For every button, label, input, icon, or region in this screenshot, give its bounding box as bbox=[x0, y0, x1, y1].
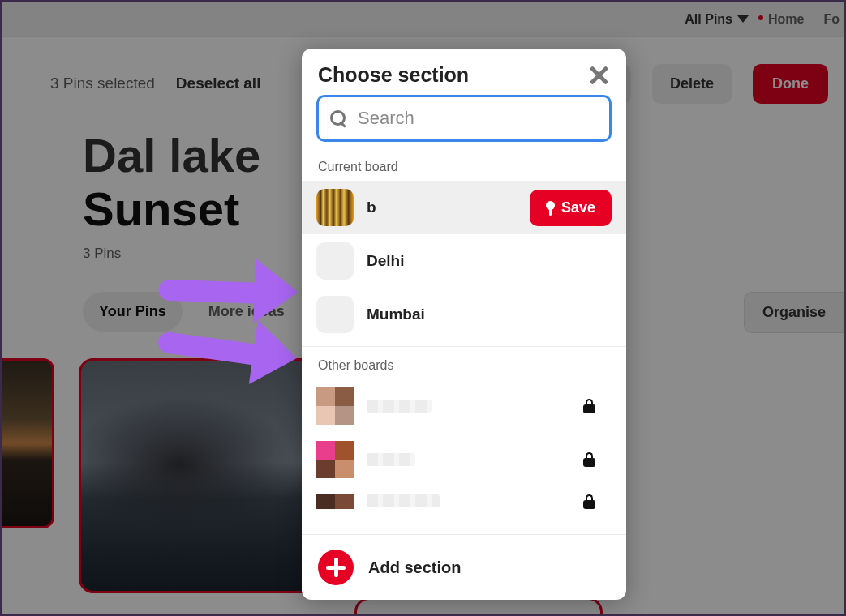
board-thumbnail bbox=[316, 441, 354, 478]
section-thumbnail bbox=[316, 242, 354, 280]
board-name-redacted bbox=[367, 494, 440, 507]
section-row-mumbai[interactable]: Mumbai bbox=[302, 288, 626, 341]
search-icon bbox=[330, 110, 346, 126]
section-row-delhi[interactable]: Delhi bbox=[302, 234, 626, 288]
board-row[interactable] bbox=[302, 486, 626, 509]
save-button[interactable]: Save bbox=[530, 190, 612, 226]
section-name: b bbox=[367, 199, 517, 216]
board-thumbnail bbox=[316, 494, 354, 509]
search-input[interactable] bbox=[358, 108, 598, 129]
lock-icon bbox=[583, 494, 595, 509]
board-row[interactable] bbox=[302, 379, 626, 433]
section-thumbnail bbox=[316, 189, 354, 226]
lock-icon bbox=[583, 452, 595, 467]
add-section-button[interactable]: Add section bbox=[302, 534, 626, 600]
lock-icon bbox=[583, 399, 595, 413]
section-row-b[interactable]: b Save bbox=[302, 181, 626, 234]
plus-icon bbox=[318, 550, 354, 585]
search-input-wrapper[interactable] bbox=[316, 95, 612, 142]
modal-title: Choose section bbox=[318, 63, 587, 87]
section-thumbnail bbox=[316, 296, 354, 333]
section-list[interactable]: Current board b Save Delhi Mumbai Other … bbox=[302, 153, 626, 534]
close-icon[interactable] bbox=[587, 64, 610, 87]
divider bbox=[302, 346, 626, 347]
section-name: Delhi bbox=[367, 252, 612, 270]
board-name-redacted bbox=[367, 453, 415, 466]
board-row[interactable] bbox=[302, 433, 626, 486]
board-thumbnail bbox=[316, 387, 354, 425]
save-label: Save bbox=[561, 199, 595, 216]
pin-icon bbox=[546, 201, 555, 214]
board-name-redacted bbox=[367, 400, 432, 413]
choose-section-modal: Choose section Current board b Save Delh… bbox=[302, 49, 626, 600]
add-section-label: Add section bbox=[368, 558, 461, 577]
current-board-heading: Current board bbox=[302, 153, 626, 181]
section-name: Mumbai bbox=[367, 306, 612, 323]
other-boards-heading: Other boards bbox=[302, 352, 626, 379]
